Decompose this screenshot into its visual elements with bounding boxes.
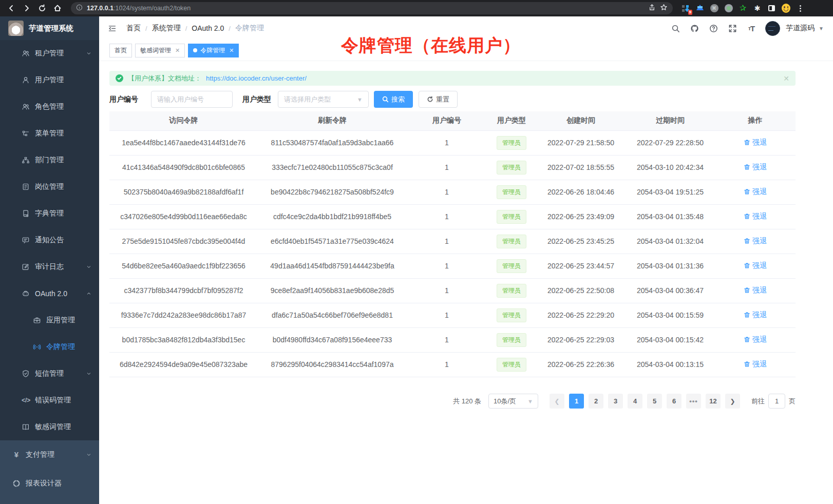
collapse-sidebar-icon[interactable] [107,23,117,33]
trash-icon [744,238,750,244]
force-logout-button[interactable]: 强退 [744,163,767,172]
sidebar-item-report-designer[interactable]: 报表设计器 [0,469,99,498]
extension-gem-icon[interactable] [695,4,704,13]
search-form: 用户编号 请输入用户编号 用户类型 请选择用户类型 ▼ 搜索 重置 [109,91,796,108]
force-logout-button[interactable]: 强退 [744,187,767,197]
page-button[interactable]: 12 [706,394,721,409]
page-button[interactable]: 3 [608,394,623,409]
github-icon[interactable] [689,23,699,33]
extension-command-icon[interactable]: ⌘ [710,4,718,13]
reset-button[interactable]: 重置 [419,91,458,108]
sidebar-item-oauth-app[interactable]: 应用管理 [0,307,99,334]
extension-grid-icon[interactable]: 9 [681,4,690,13]
breadcrumb-home[interactable]: 首页 [126,24,141,33]
refresh-icon [427,96,433,103]
profile-avatar[interactable] [782,4,790,13]
browser-chrome: 127.0.0.1:1024/system/oauth2/token 9 ⌘ ✰… [0,0,833,16]
sidebar-item-sms[interactable]: 短信管理 [0,360,99,387]
next-page-button[interactable]: ❯ [725,394,740,409]
sidebar-menu-base: ¥ 支付管理 报表设计器 [0,440,99,498]
sidebar-item-tenant[interactable]: 租户管理 [0,40,99,67]
sidebar-toggle-icon[interactable] [767,4,776,13]
active-dot [193,48,197,52]
font-size-icon[interactable]: тT [746,23,756,33]
fullscreen-icon[interactable] [727,23,737,33]
user-type-select[interactable]: 请选择用户类型 ▼ [278,91,369,108]
bookmark-star-icon[interactable] [660,4,668,13]
force-logout-button[interactable]: 强退 [744,311,767,320]
username[interactable]: 芋道源码 [786,24,815,33]
trash-icon [744,213,750,220]
search-icon[interactable] [670,23,680,33]
tag-home[interactable]: 首页 [109,44,132,57]
reload-icon[interactable] [36,2,48,14]
force-logout-button[interactable]: 强退 [744,286,767,295]
page-button[interactable]: 6 [667,394,681,409]
extension-record-icon[interactable] [724,4,733,13]
trash-icon [744,262,750,269]
force-logout-button[interactable]: 强退 [744,237,767,246]
user-type-badge: 管理员 [497,185,526,199]
sidebar-item-dept[interactable]: 部门管理 [0,147,99,173]
breadcrumb-oauth2[interactable]: OAuth 2.0 [192,24,224,32]
force-logout-button[interactable]: 强退 [744,261,767,270]
tag-token[interactable]: 令牌管理 ✕ [188,44,239,57]
breadcrumb-system[interactable]: 系统管理 [152,24,181,33]
site-info-icon[interactable] [76,4,83,13]
id-badge-icon [22,183,30,191]
app-logo[interactable]: 芋道管理系统 [0,16,99,40]
sidebar-item-user[interactable]: 用户管理 [0,67,99,93]
forward-icon[interactable] [21,2,33,14]
user-id-input[interactable]: 请输入用户编号 [151,91,233,108]
sidebar-item-errorcode[interactable]: </> 错误码管理 [0,387,99,414]
extension-puzzle-icon[interactable]: ✱ [753,4,762,13]
page-size-select[interactable]: 10条/页 ▼ [488,394,538,409]
url-text[interactable]: 127.0.0.1:1024/system/oauth2/token [87,5,644,12]
goto-page-input[interactable]: 1 [768,394,785,409]
close-icon[interactable]: ✕ [229,47,234,54]
sidebar-item-post[interactable]: 岗位管理 [0,173,99,200]
caret-down-icon[interactable]: ▼ [819,26,824,31]
share-icon[interactable] [648,4,656,13]
prev-page-button[interactable]: ❮ [550,394,564,409]
user-type-badge: 管理员 [497,308,526,322]
force-logout-button[interactable]: 强退 [744,360,767,369]
breadcrumb-current: 令牌管理 [235,24,264,33]
help-icon[interactable] [708,23,718,33]
trash-icon [744,287,750,294]
user-type-badge: 管理员 [497,136,526,150]
force-logout-button[interactable]: 强退 [744,138,767,147]
sidebar-item-oauth2[interactable]: OAuth 2.0 [0,280,99,307]
alert-close-icon[interactable]: ✕ [783,74,789,83]
total-count: 共 120 条 [453,397,481,406]
page-button[interactable]: 1 [569,394,584,409]
page-button[interactable]: 4 [628,394,642,409]
page-button[interactable]: 2 [589,394,603,409]
extension-green-star-icon[interactable]: ✰ [739,4,747,13]
sidebar-item-oauth-token[interactable]: 令牌管理 [0,334,99,360]
sidebar-item-notice[interactable]: 通知公告 [0,227,99,254]
force-logout-button[interactable]: 强退 [744,212,767,221]
sidebar-item-role[interactable]: 角色管理 [0,93,99,120]
chevron-up-icon [86,290,92,297]
user-avatar[interactable] [765,21,780,36]
sidebar-item-sensitive-word[interactable]: 敏感词管理 [0,414,99,440]
close-icon[interactable]: ✕ [175,47,180,54]
user-type-label: 用户类型 [242,95,271,104]
trash-icon [744,312,750,318]
sidebar-item-pay[interactable]: ¥ 支付管理 [0,440,99,469]
user-id-label: 用户编号 [109,95,138,104]
browser-menu-icon[interactable] [796,4,805,13]
back-icon[interactable] [5,2,17,14]
search-button[interactable]: 搜索 [374,91,413,108]
force-logout-button[interactable]: 强退 [744,335,767,344]
tag-sensitive-word[interactable]: 敏感词管理 ✕ [135,44,185,57]
home-icon[interactable] [51,2,64,14]
more-pages-button[interactable]: ••• [686,394,701,409]
doc-link[interactable]: https://doc.iocoder.cn/user-center/ [206,74,307,82]
address-bar[interactable]: 127.0.0.1:1024/system/oauth2/token [71,2,673,14]
sidebar-item-dict[interactable]: 字典管理 [0,200,99,227]
sidebar-item-audit-log[interactable]: 审计日志 [0,254,99,280]
page-button[interactable]: 5 [647,394,662,409]
sidebar-item-menu[interactable]: 菜单管理 [0,120,99,147]
